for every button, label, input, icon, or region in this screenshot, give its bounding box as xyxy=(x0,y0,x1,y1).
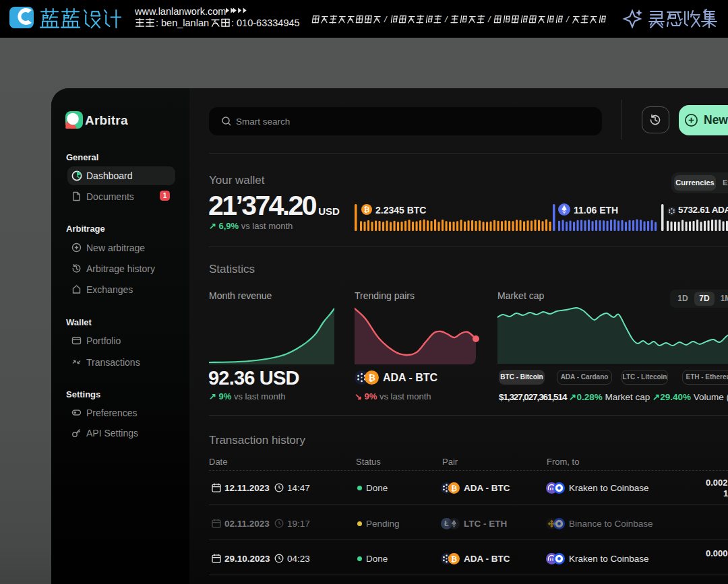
svg-text:www.lanlanwork.com: www.lanlanwork.com xyxy=(134,6,226,17)
svg-text:/: / xyxy=(566,14,570,24)
svg-text:/: / xyxy=(487,14,491,24)
svg-text:₿: ₿ xyxy=(364,205,370,214)
svg-text:/: / xyxy=(444,14,448,24)
svg-text:₿: ₿ xyxy=(368,372,375,383)
svg-text:/: / xyxy=(384,14,388,24)
svg-text:: ben_lanlan: : ben_lanlan xyxy=(156,18,209,28)
svg-text:₿: ₿ xyxy=(451,484,457,492)
svg-text:₿: ₿ xyxy=(451,555,457,563)
svg-text:: 010-63334945: : 010-63334945 xyxy=(231,18,300,28)
